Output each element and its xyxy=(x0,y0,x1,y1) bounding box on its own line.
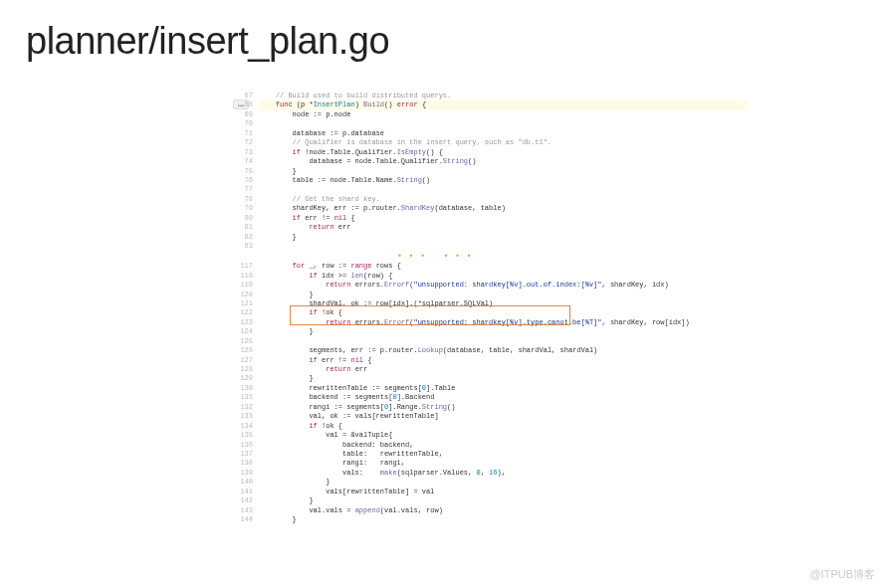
line-number: 140 xyxy=(239,478,259,487)
ellipsis-icon: ▪ ▪ ▪ ▪ ▪ ▪ xyxy=(259,251,473,260)
code-content: if err != nil { xyxy=(259,214,355,223)
line-number: 70 xyxy=(239,119,259,128)
code-content: // Qualifier is database in the insert q… xyxy=(259,138,552,147)
code-line: 73 if !node.Table.Qualifier.IsEmpty() { xyxy=(239,148,747,157)
code-line: 137 table: rewrittenTable, xyxy=(239,450,747,459)
code-line: 71 database := p.database xyxy=(239,129,747,138)
code-line: 130 rewrittenTable := segments[0].Table xyxy=(239,384,747,393)
line-number: 67 xyxy=(239,92,259,100)
code-line: 72 // Qualifier is database in the inser… xyxy=(239,138,747,147)
code-line: 132 rangi := segments[0].Range.String() xyxy=(239,403,747,412)
code-content: backend := segments[0].Backend xyxy=(259,393,434,402)
line-number: 119 xyxy=(239,281,259,290)
code-line: 118 if idx >= len(row) { xyxy=(239,272,747,281)
line-number: 80 xyxy=(239,214,259,223)
code-content: } xyxy=(259,291,314,299)
code-line: 129 } xyxy=(239,374,747,383)
line-number: 123 xyxy=(239,318,259,327)
code-line: 80 if err != nil { xyxy=(239,214,747,223)
code-line: 119 return errors.Errorf("unsupported: s… xyxy=(239,281,747,290)
code-content: } xyxy=(259,374,314,383)
code-line: 75 } xyxy=(239,167,747,176)
line-number: 72 xyxy=(239,138,259,147)
code-line: 124 } xyxy=(239,327,747,336)
code-content: vals: make(sqlparser.Values, 0, 16), xyxy=(259,469,506,478)
page-title: planner/insert_plan.go xyxy=(26,20,389,63)
code-content: rangi := segments[0].Range.String() xyxy=(259,403,455,412)
line-number: 141 xyxy=(239,488,259,496)
code-content: val = &valTuple{ xyxy=(259,431,392,440)
line-number: 142 xyxy=(239,496,259,505)
line-number: 133 xyxy=(239,412,259,421)
line-number: 129 xyxy=(239,374,259,383)
line-number xyxy=(239,251,259,262)
code-line: 134 if !ok { xyxy=(239,422,747,431)
code-line: 70 xyxy=(239,119,747,128)
line-number: 73 xyxy=(239,148,259,157)
code-content: vals[rewrittenTable] = val xyxy=(259,488,434,496)
code-line: 128 return err xyxy=(239,365,747,374)
code-content: if !node.Table.Qualifier.IsEmpty() { xyxy=(259,148,443,157)
highlight-box xyxy=(290,305,570,325)
code-line: 139 vals: make(sqlparser.Values, 0, 16), xyxy=(239,469,747,478)
line-number: 127 xyxy=(239,356,259,365)
line-number: 74 xyxy=(239,157,259,166)
code-line: 67 // Build used to build distributed qu… xyxy=(239,92,747,100)
code-content: return err xyxy=(259,223,350,232)
line-number: 144 xyxy=(239,515,259,524)
code-line: 68 func (p *InsertPlan) Build() error { xyxy=(239,100,747,109)
code-line: 69 node := p.node xyxy=(239,110,747,119)
code-content: rewrittenTable := segments[0].Table xyxy=(259,384,455,393)
line-number: 143 xyxy=(239,506,259,515)
line-number: 137 xyxy=(239,450,259,459)
line-number: 125 xyxy=(239,337,259,346)
code-content: // Get the shard key. xyxy=(259,195,380,204)
code-line: 135 val = &valTuple{ xyxy=(239,431,747,440)
line-number: 82 xyxy=(239,233,259,242)
line-number: 79 xyxy=(239,204,259,213)
line-number: 138 xyxy=(239,459,259,468)
code-line: 138 rangi: rangi, xyxy=(239,459,747,468)
code-line: 140 } xyxy=(239,478,747,487)
code-content: database = node.Table.Qualifier.String() xyxy=(259,157,476,166)
line-number: 122 xyxy=(239,308,259,317)
code-content: } xyxy=(259,327,314,336)
code-content: } xyxy=(259,478,330,487)
line-number: 130 xyxy=(239,384,259,393)
line-number: 134 xyxy=(239,422,259,431)
line-number: 128 xyxy=(239,365,259,374)
line-number: 132 xyxy=(239,403,259,412)
code-line: 120 } xyxy=(239,291,747,299)
code-line: 142 } xyxy=(239,496,747,505)
code-content: database := p.database xyxy=(259,129,384,138)
code-line: 82 } xyxy=(239,233,747,242)
code-line: 143 val.vals = append(val.vals, row) xyxy=(239,506,747,515)
code-line: 131 backend := segments[0].Backend xyxy=(239,393,747,402)
code-line: 133 val, ok := vals[rewrittenTable] xyxy=(239,412,747,421)
line-number: 118 xyxy=(239,272,259,281)
line-number: 68 xyxy=(239,100,259,109)
code-content: table := node.Table.Name.String() xyxy=(259,176,430,185)
code-content: shardKey, err := p.router.ShardKey(datab… xyxy=(259,204,506,213)
code-content: } xyxy=(259,515,297,524)
line-number: 77 xyxy=(239,185,259,194)
line-number: 136 xyxy=(239,441,259,450)
code-content: if !ok { xyxy=(259,422,342,431)
line-number: 117 xyxy=(239,262,259,271)
code-content: val, ok := vals[rewrittenTable] xyxy=(259,412,439,421)
code-content: } xyxy=(259,167,297,176)
code-line: 81 return err xyxy=(239,223,747,232)
line-number: 71 xyxy=(239,129,259,138)
code-content: } xyxy=(259,233,297,242)
line-number: 81 xyxy=(239,223,259,232)
code-content: table: rewrittenTable, xyxy=(259,450,443,459)
line-number: 139 xyxy=(239,469,259,478)
line-number: 121 xyxy=(239,299,259,308)
line-number: 131 xyxy=(239,393,259,402)
code-line: 144 } xyxy=(239,515,747,524)
code-line: 83 xyxy=(239,242,747,251)
code-content: segments, err := p.router.Lookup(databas… xyxy=(259,346,597,355)
code-content: } xyxy=(259,496,314,505)
line-number: 75 xyxy=(239,167,259,176)
line-number: 83 xyxy=(239,242,259,251)
